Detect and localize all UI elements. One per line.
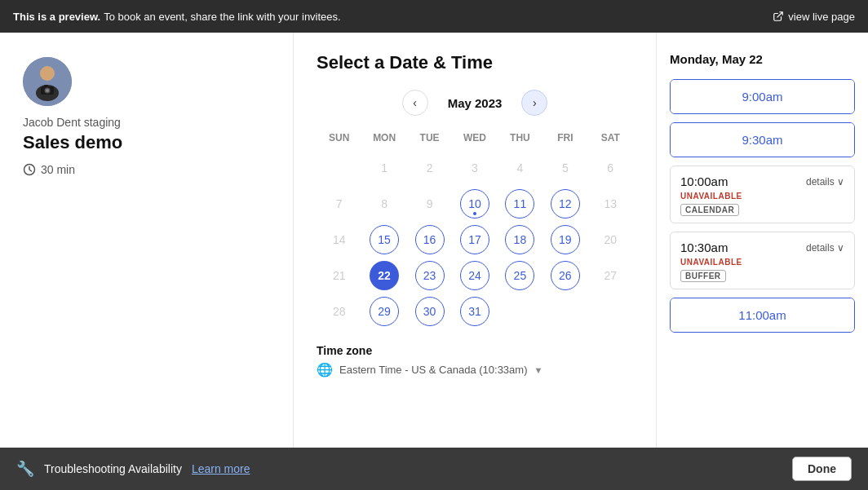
calendar-day-1: 1 xyxy=(370,153,399,183)
calendar-week-row: 28293031 xyxy=(317,294,633,329)
calendar-day-13: 13 xyxy=(596,189,625,219)
calendar-day-19[interactable]: 19 xyxy=(551,225,580,254)
caret-icon: ▼ xyxy=(534,365,543,375)
calendar-day-5: 5 xyxy=(551,153,580,183)
time-slot-button[interactable]: 11:00am xyxy=(671,298,854,332)
calendar-cell: 14 xyxy=(317,222,361,258)
bottom-bar: 🔧 Troubleshooting Availability Learn mor… xyxy=(0,448,868,490)
calendar-cell: 24 xyxy=(452,258,497,294)
calendar-cell: 5 xyxy=(542,150,587,186)
calendar-week-row: 21222324252627 xyxy=(317,258,633,294)
calendar-cell: 6 xyxy=(588,150,633,186)
calendar-cell: 29 xyxy=(361,294,406,329)
calendar-cell: 15 xyxy=(361,222,406,258)
section-title: Select a Date & Time xyxy=(317,52,633,73)
calendar-day-26[interactable]: 26 xyxy=(551,261,580,290)
calendar-day-28: 28 xyxy=(325,297,354,326)
main-content: Jacob Dent staging Sales demo 30 min Sel… xyxy=(0,33,868,448)
preview-message: This is a preview. To book an event, sha… xyxy=(13,11,341,23)
calendar-cell: 13 xyxy=(588,186,633,222)
calendar-cell: 2 xyxy=(407,150,452,186)
unavailable-label: UNAVAILABLE xyxy=(671,192,854,201)
time-slot-button[interactable]: 9:00am xyxy=(671,80,854,113)
done-button[interactable]: Done xyxy=(792,457,852,481)
time-slot-button[interactable]: 9:30am xyxy=(671,123,854,157)
calendar-cell: 10 xyxy=(452,186,497,222)
calendar-day-10[interactable]: 10 xyxy=(460,189,489,219)
calendar-day-4: 4 xyxy=(505,153,534,183)
next-month-button[interactable]: › xyxy=(521,90,547,116)
svg-rect-6 xyxy=(44,85,48,87)
calendar-cell: 12 xyxy=(542,186,587,222)
view-live-label: view live page xyxy=(788,11,855,23)
calendar-day-3: 3 xyxy=(460,153,489,183)
calendar-cell: 21 xyxy=(317,258,361,294)
time-slot: 10:00amdetails ∨UNAVAILABLECALENDAR xyxy=(670,166,855,223)
time-slot[interactable]: 11:00am xyxy=(670,298,855,333)
avatar xyxy=(23,57,72,106)
globe-icon: 🌐 xyxy=(317,362,333,377)
calendar-day-22[interactable]: 22 xyxy=(370,261,399,290)
details-link[interactable]: details ∨ xyxy=(806,242,844,254)
avatar-image xyxy=(23,57,72,106)
calendar-day-20: 20 xyxy=(596,225,625,254)
calendar-week-row: 123456 xyxy=(317,150,633,186)
calendar-day-27: 27 xyxy=(596,261,625,290)
calendar-day-24[interactable]: 24 xyxy=(460,261,489,290)
calendar-day-25[interactable]: 25 xyxy=(505,261,534,290)
calendar-cell: 16 xyxy=(407,222,452,258)
unavailable-badge: CALENDAR xyxy=(680,204,739,216)
calendar-header-row: SUNMONTUEWEDTHUFRISAT xyxy=(317,129,633,150)
timezone-value: Eastern Time - US & Canada (10:33am) xyxy=(339,364,528,376)
timezone-section: Time zone 🌐 Eastern Time - US & Canada (… xyxy=(317,344,633,377)
time-slot[interactable]: 9:00am xyxy=(670,79,855,114)
view-live-link[interactable]: view live page xyxy=(773,11,855,23)
calendar-day-9: 9 xyxy=(415,189,445,219)
prev-month-button[interactable]: ‹ xyxy=(402,90,428,116)
details-link[interactable]: details ∨ xyxy=(806,176,844,188)
calendar-cell: 1 xyxy=(361,150,406,186)
calendar-cell: 22 xyxy=(361,258,406,294)
calendar-cell: 3 xyxy=(452,150,497,186)
wrench-icon: 🔧 xyxy=(16,460,34,478)
duration-label: 30 min xyxy=(41,163,75,176)
calendar-day-17[interactable]: 17 xyxy=(460,225,489,254)
learn-more-link[interactable]: Learn more xyxy=(192,462,250,475)
calendar-cell: 31 xyxy=(452,294,497,329)
calendar-day-15[interactable]: 15 xyxy=(370,225,399,254)
calendar-cell xyxy=(317,150,361,186)
calendar-day-30[interactable]: 30 xyxy=(415,297,445,326)
calendar-cell: 11 xyxy=(498,186,542,222)
calendar-cell xyxy=(542,294,587,329)
troubleshooting-text: Troubleshooting Availability xyxy=(44,462,182,475)
time-slot[interactable]: 9:30am xyxy=(670,122,855,157)
unavailable-label: UNAVAILABLE xyxy=(671,258,854,267)
calendar-cell: 9 xyxy=(407,186,452,222)
calendar-day-23[interactable]: 23 xyxy=(415,261,445,290)
calendar-day-21: 21 xyxy=(325,261,354,290)
preview-prefix: This is a preview. xyxy=(13,11,100,23)
calendar-day-16[interactable]: 16 xyxy=(415,225,445,254)
day-header-wed: WED xyxy=(452,129,497,150)
timezone-selector[interactable]: 🌐 Eastern Time - US & Canada (10:33am) ▼ xyxy=(317,362,633,377)
calendar-day-12[interactable]: 12 xyxy=(551,189,580,219)
calendar-day-18[interactable]: 18 xyxy=(505,225,534,254)
calendar-day-11[interactable]: 11 xyxy=(505,189,534,219)
timezone-label: Time zone xyxy=(317,344,633,357)
calendar-month-label: May 2023 xyxy=(448,96,503,110)
calendar-day-29[interactable]: 29 xyxy=(370,297,399,326)
day-header-thu: THU xyxy=(498,129,542,150)
svg-point-5 xyxy=(46,89,49,92)
calendar-cell: 26 xyxy=(542,258,587,294)
clock-icon xyxy=(23,163,36,176)
selected-date-label: Monday, May 22 xyxy=(670,52,855,66)
duration-row: 30 min xyxy=(23,163,270,176)
day-header-tue: TUE xyxy=(407,129,452,150)
calendar-day-31[interactable]: 31 xyxy=(460,297,489,326)
calendar-cell: 18 xyxy=(498,222,542,258)
preview-bar: This is a preview. To book an event, sha… xyxy=(0,0,868,33)
calendar-day-2: 2 xyxy=(415,153,445,183)
calendar-day-7: 7 xyxy=(325,189,354,219)
calendar-grid: SUNMONTUEWEDTHUFRISAT 123456789101112131… xyxy=(317,129,633,329)
day-header-mon: MON xyxy=(361,129,406,150)
